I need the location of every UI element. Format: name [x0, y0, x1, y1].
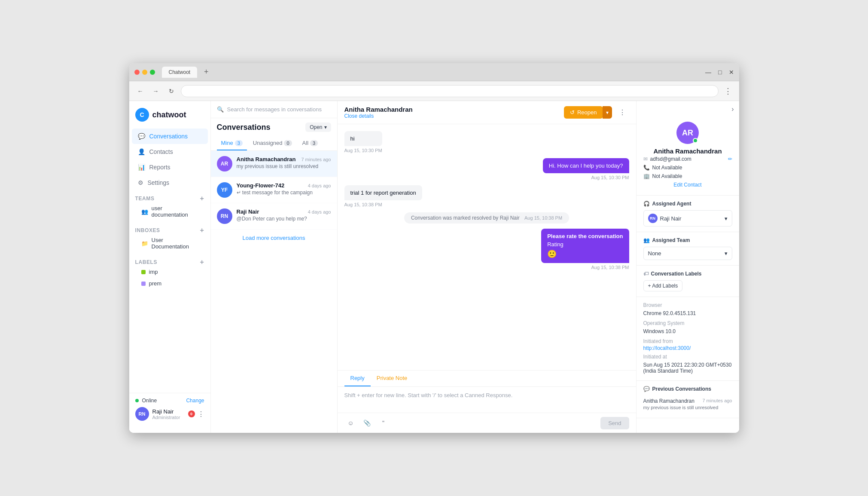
- user-role: Administrator: [152, 415, 185, 420]
- previous-conversation-item[interactable]: Anitha Ramachandran 7 minutes ago my pre…: [643, 395, 732, 413]
- list-item[interactable]: YF Young-Flower-742 4 days ago ↵ test me…: [211, 177, 337, 203]
- previous-conversations-section: 💬 Previous Conversations Anitha Ramachan…: [637, 381, 739, 418]
- message-outgoing-1: Hi. How can I help you today? Aug 15, 10…: [543, 158, 629, 180]
- reopen-button[interactable]: ↺ Reopen: [564, 106, 603, 119]
- initiated-from-url[interactable]: http://localhost:3000/: [643, 345, 732, 351]
- prev-conv-label: Previous Conversations: [652, 386, 711, 392]
- add-labels-button[interactable]: + Add Labels: [643, 280, 683, 291]
- browser-tab[interactable]: Chatwoot: [162, 67, 198, 78]
- browser-window: Chatwoot + — □ ✕ ← → ↻ ⋮ C chatwoot: [129, 63, 739, 433]
- reopen-icon: ↺: [570, 109, 575, 116]
- message-rating: Please rate the conversation Rating 🙂 Au…: [541, 229, 629, 270]
- send-button[interactable]: Send: [600, 417, 629, 429]
- reopen-dropdown-button[interactable]: ▾: [603, 106, 612, 119]
- user-menu-icon[interactable]: ⋮: [198, 410, 204, 418]
- list-item[interactable]: RN Raji Nair 4 days ago @Don Peter can y…: [211, 203, 337, 230]
- sidebar-item-label-imp[interactable]: imp: [135, 266, 204, 278]
- team-name: user documentation: [152, 205, 198, 218]
- back-button[interactable]: ←: [134, 85, 146, 97]
- tab-mine[interactable]: Mine 3: [217, 136, 247, 150]
- rating-label: Rating: [547, 241, 623, 248]
- emoji-button[interactable]: ☺: [344, 416, 357, 429]
- labels-add-button[interactable]: +: [200, 258, 204, 266]
- chat-contact-name: Anitha Ramachandran: [344, 106, 413, 113]
- browser-label: Browser: [643, 302, 732, 308]
- rating-bubble: Please rate the conversation Rating 🙂: [541, 229, 629, 263]
- address-bar[interactable]: [181, 85, 719, 97]
- canned-response-button[interactable]: ": [377, 416, 390, 429]
- sidebar-item-user-documentation[interactable]: 👥 user documentation: [135, 202, 204, 220]
- app-container: C chatwoot 💬 Conversations 👤 Contacts 📊 …: [129, 101, 739, 433]
- assigned-team-label: Assigned Team: [652, 237, 690, 243]
- contact-phone: Not Available: [652, 165, 682, 171]
- os-value: Windows 10.0: [643, 327, 732, 336]
- nav-reports[interactable]: 📊 Reports: [132, 159, 208, 175]
- message-text: trial 1 for report generation: [350, 190, 416, 196]
- reply-tools: ☺ 📎 ": [344, 416, 390, 429]
- agent-dropdown[interactable]: RN Raji Nair ▾: [643, 210, 732, 227]
- reply-tab[interactable]: Reply: [344, 370, 371, 386]
- filter-dropdown[interactable]: Open ▾: [305, 122, 331, 132]
- notification-badge[interactable]: 0: [188, 410, 195, 417]
- sidebar: C chatwoot 💬 Conversations 👤 Contacts 📊 …: [129, 101, 211, 433]
- browser-info-section: Browser Chrome 92.0.4515.131 Operating S…: [637, 297, 739, 381]
- edit-email-button[interactable]: ✏: [728, 156, 732, 162]
- message-bubble: hi: [344, 131, 382, 146]
- list-item[interactable]: AR Anitha Ramachandran 7 minutes ago my …: [211, 151, 337, 177]
- contact-online-badge: [693, 138, 698, 143]
- message-bubble-out: Hi. How can I help you today?: [543, 158, 629, 173]
- team-dropdown[interactable]: None ▾: [643, 247, 732, 260]
- browser-menu-button[interactable]: ⋮: [722, 85, 734, 97]
- user-info: Raji Nair Administrator: [152, 408, 185, 420]
- conv-avatar-rn: RN: [217, 208, 232, 224]
- rating-time: Aug 15, 10:38 PM: [541, 265, 629, 270]
- tab-unassigned[interactable]: Unassigned 0: [249, 136, 296, 150]
- sidebar-bottom: Online Change RN Raji Nair Administrator…: [129, 393, 210, 429]
- panel-toggle-arrow[interactable]: ›: [731, 105, 734, 113]
- nav-contacts[interactable]: 👤 Contacts: [132, 144, 208, 159]
- team-icon: 👥: [141, 208, 148, 215]
- conv-content-2: Raji Nair 4 days ago @Don Peter can you …: [237, 208, 331, 222]
- edit-contact-link[interactable]: Edit Contact: [673, 182, 701, 188]
- more-options-button[interactable]: ⋮: [615, 106, 629, 119]
- reply-tabs: Reply Private Note: [338, 370, 636, 387]
- user-actions: 0 ⋮: [188, 410, 204, 418]
- sidebar-item-inbox-user-doc[interactable]: 📁 User Documentation: [135, 234, 204, 252]
- phone-icon: 📞: [643, 165, 650, 171]
- chat-area: Anitha Ramachandran Close details ↺ Reop…: [338, 101, 636, 433]
- forward-button[interactable]: →: [150, 85, 162, 97]
- sidebar-item-label-prem[interactable]: prem: [135, 278, 204, 289]
- conv-labels-title: 🏷 Conversation Labels: [643, 271, 732, 277]
- tab-all-label: All: [302, 140, 308, 146]
- load-more-button[interactable]: Load more conversations: [211, 230, 337, 246]
- search-bar[interactable]: 🔍 Search for messages in conversations: [211, 101, 337, 118]
- close-window-button[interactable]: ✕: [729, 69, 734, 76]
- contact-avatar: AR: [676, 122, 699, 144]
- browser-min-btn[interactable]: [142, 70, 147, 75]
- nav-conversations[interactable]: 💬 Conversations: [132, 129, 208, 144]
- agent-dropdown-arrow: ▾: [725, 215, 728, 222]
- rating-title: Please rate the conversation: [547, 233, 623, 239]
- close-details-link[interactable]: Close details: [344, 113, 413, 119]
- minimize-button[interactable]: —: [705, 69, 711, 76]
- change-status-link[interactable]: Change: [186, 398, 204, 404]
- logo-text: chatwoot: [152, 110, 186, 119]
- teams-add-button[interactable]: +: [200, 195, 204, 202]
- browser-close-btn[interactable]: [134, 70, 140, 75]
- attach-button[interactable]: 📎: [361, 416, 374, 429]
- agent-section-icon: 🎧: [643, 201, 650, 207]
- os-label: Operating System: [643, 320, 732, 326]
- maximize-button[interactable]: □: [718, 69, 722, 76]
- reply-input-area[interactable]: Shift + enter for new line. Start with '…: [338, 387, 636, 413]
- right-panel: › AR Anitha Ramachandran ✉ adfsd@gmail.c…: [636, 101, 739, 433]
- private-note-tab[interactable]: Private Note: [371, 370, 414, 386]
- nav-settings[interactable]: ⚙ Settings: [132, 175, 208, 190]
- browser-tab-area: Chatwoot +: [162, 67, 702, 78]
- new-tab-button[interactable]: +: [201, 67, 212, 78]
- reload-button[interactable]: ↻: [165, 85, 177, 97]
- contact-name: Anitha Ramachandran: [653, 147, 722, 155]
- tab-all[interactable]: All 3: [298, 136, 323, 150]
- labels-section-header: Labels +: [135, 258, 204, 266]
- browser-max-btn[interactable]: [150, 70, 155, 75]
- inboxes-add-button[interactable]: +: [200, 227, 204, 234]
